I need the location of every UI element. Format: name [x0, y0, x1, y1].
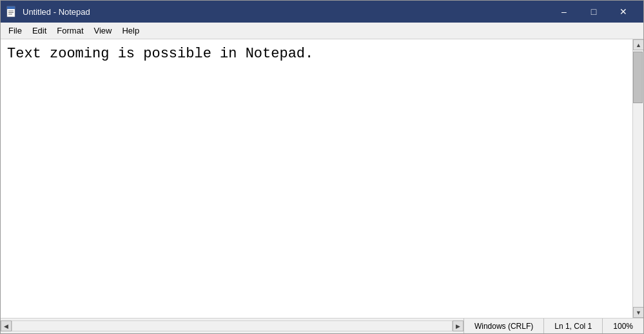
menu-file[interactable]: File: [3, 24, 27, 38]
horizontal-scrollbar: ◀ ▶: [1, 319, 463, 333]
status-bar: ◀ ▶ Windows (CRLF) Ln 1, Col 1 100%: [1, 318, 643, 333]
text-editor[interactable]: Text zooming is possible in Notepad.: [1, 39, 632, 318]
menu-format[interactable]: Format: [52, 24, 88, 38]
scroll-right-button[interactable]: ▶: [453, 320, 463, 331]
scroll-left-button[interactable]: ◀: [1, 320, 12, 331]
zoom-level-status: 100%: [602, 319, 643, 333]
notepad-window: Untitled - Notepad – □ ✕ File Edit Forma…: [0, 0, 644, 334]
menu-bar: File Edit Format View Help: [1, 23, 643, 39]
scroll-track-horizontal[interactable]: [12, 320, 453, 331]
line-ending-status: Windows (CRLF): [463, 319, 543, 333]
menu-edit[interactable]: Edit: [27, 24, 52, 38]
scroll-track-vertical[interactable]: [633, 50, 643, 307]
title-bar: Untitled - Notepad – □ ✕: [1, 1, 643, 23]
editor-area: Text zooming is possible in Notepad. ▲ ▼: [1, 39, 643, 318]
app-icon: [6, 6, 17, 17]
scroll-down-button[interactable]: ▼: [633, 307, 643, 318]
window-controls: – □ ✕: [549, 1, 638, 23]
status-sections: Windows (CRLF) Ln 1, Col 1 100%: [463, 319, 643, 333]
menu-help[interactable]: Help: [117, 24, 144, 38]
svg-rect-1: [7, 6, 15, 9]
scroll-up-button[interactable]: ▲: [633, 39, 643, 50]
menu-view[interactable]: View: [89, 24, 117, 38]
close-button[interactable]: ✕: [609, 1, 638, 23]
window-title: Untitled - Notepad: [23, 7, 549, 17]
maximize-button[interactable]: □: [579, 1, 609, 23]
minimize-button[interactable]: –: [549, 1, 579, 23]
cursor-position-status: Ln 1, Col 1: [543, 319, 602, 333]
scroll-thumb-vertical[interactable]: [633, 52, 643, 103]
vertical-scrollbar: ▲ ▼: [632, 39, 643, 318]
